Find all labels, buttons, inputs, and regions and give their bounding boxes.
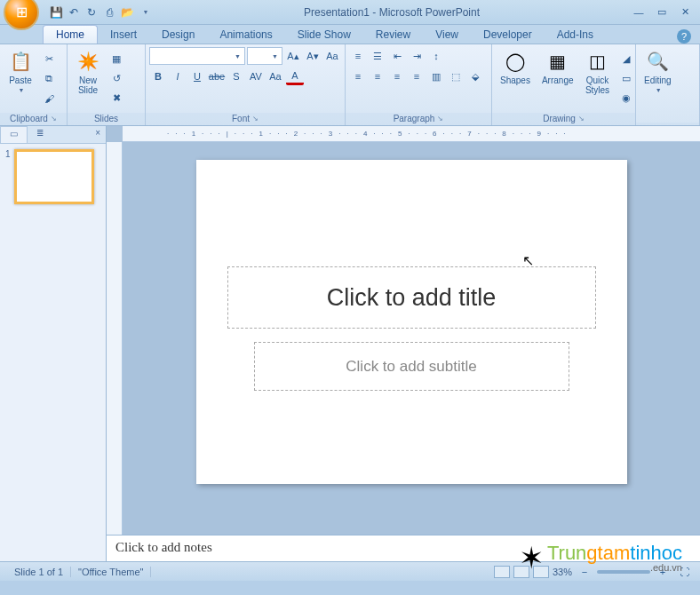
tab-developer[interactable]: Developer bbox=[471, 26, 545, 44]
font-group-label: Font bbox=[232, 114, 250, 123]
drawing-group-label: Drawing bbox=[543, 114, 576, 123]
cursor-icon: ↖ bbox=[522, 252, 534, 269]
maximize-button[interactable]: ▭ bbox=[654, 5, 670, 20]
grow-font-icon[interactable]: A▴ bbox=[284, 47, 302, 65]
underline-button[interactable]: U bbox=[188, 67, 206, 85]
copy-icon[interactable]: ⧉ bbox=[40, 70, 58, 88]
star-icon: ✶ bbox=[519, 540, 544, 575]
shapes-icon: ◯ bbox=[503, 49, 528, 74]
delete-icon[interactable]: ✖ bbox=[107, 90, 125, 107]
shrink-font-icon[interactable]: A▾ bbox=[304, 47, 322, 65]
status-slide: Slide 1 of 1 bbox=[7, 567, 71, 577]
close-button[interactable]: ✕ bbox=[677, 5, 693, 20]
tab-review[interactable]: Review bbox=[363, 26, 423, 44]
redo-icon[interactable]: ↻ bbox=[84, 4, 99, 20]
quick-styles-button[interactable]: ◫Quick Styles bbox=[581, 47, 615, 110]
clipboard-group-label: Clipboard bbox=[10, 114, 48, 123]
launcher-icon[interactable]: ↘ bbox=[51, 115, 57, 123]
shape-effects-icon[interactable]: ◉ bbox=[617, 90, 635, 107]
tab-home[interactable]: Home bbox=[43, 25, 98, 44]
italic-button[interactable]: I bbox=[169, 67, 187, 85]
open-icon[interactable]: 📂 bbox=[119, 4, 135, 20]
minimize-button[interactable]: — bbox=[631, 5, 647, 20]
normal-view-icon[interactable] bbox=[494, 566, 510, 578]
find-icon: 🔍 bbox=[645, 49, 670, 74]
thumbnail-preview bbox=[14, 149, 94, 204]
editing-button[interactable]: 🔍Editing▼ bbox=[640, 47, 676, 120]
numbering-icon[interactable]: ☰ bbox=[369, 47, 386, 65]
slides-tab[interactable]: ▭ bbox=[0, 126, 28, 143]
window-title: Presentation1 - Microsoft PowerPoint bbox=[153, 6, 631, 19]
text-direction-icon[interactable]: ↕ bbox=[427, 47, 445, 65]
smartart-icon[interactable]: ⬙ bbox=[466, 67, 484, 85]
horizontal-ruler: ···1···|···1···2···3···4···5···6···7···8… bbox=[123, 126, 700, 142]
font-color-icon[interactable]: A bbox=[286, 67, 304, 85]
decrease-indent-icon[interactable]: ⇤ bbox=[388, 47, 406, 65]
launcher-icon[interactable]: ↘ bbox=[578, 115, 585, 123]
clear-format-icon[interactable]: Aa bbox=[323, 47, 341, 65]
qat-customize-icon[interactable]: ▼ bbox=[137, 4, 153, 20]
tab-slideshow[interactable]: Slide Show bbox=[285, 26, 363, 44]
clipboard-icon: 📋 bbox=[8, 49, 33, 74]
bold-button[interactable]: B bbox=[149, 67, 167, 85]
layout-icon[interactable]: ▦ bbox=[107, 51, 125, 68]
shadow-button[interactable]: S bbox=[227, 67, 245, 85]
vertical-ruler bbox=[107, 142, 123, 535]
align-left-icon[interactable]: ≡ bbox=[349, 67, 367, 85]
slide-canvas[interactable]: Click to add title Click to add subtitle… bbox=[196, 160, 627, 484]
cut-icon[interactable]: ✂ bbox=[40, 51, 58, 68]
chevron-down-icon: ▼ bbox=[19, 87, 25, 93]
title-placeholder[interactable]: Click to add title bbox=[227, 266, 596, 329]
align-right-icon[interactable]: ≡ bbox=[388, 67, 406, 85]
font-name-combo[interactable]: ▼ bbox=[149, 47, 245, 65]
spacing-icon[interactable]: AV bbox=[247, 67, 265, 85]
slides-group-label: Slides bbox=[94, 114, 118, 123]
slide-thumbnail[interactable]: 1 bbox=[5, 149, 100, 204]
ribbon-tabs: Home Insert Design Animations Slide Show… bbox=[0, 25, 700, 44]
save-icon[interactable]: 💾 bbox=[48, 4, 64, 20]
outline-tab[interactable]: ≣ bbox=[28, 126, 52, 143]
strike-button[interactable]: abe bbox=[208, 67, 226, 85]
status-theme: "Office Theme" bbox=[71, 567, 151, 577]
tab-animations[interactable]: Animations bbox=[207, 26, 284, 44]
subtitle-placeholder[interactable]: Click to add subtitle bbox=[254, 342, 569, 391]
help-icon[interactable]: ? bbox=[677, 29, 691, 44]
launcher-icon[interactable]: ↘ bbox=[437, 115, 443, 123]
justify-icon[interactable]: ≡ bbox=[408, 67, 426, 85]
align-center-icon[interactable]: ≡ bbox=[369, 67, 386, 85]
tab-design[interactable]: Design bbox=[149, 26, 207, 44]
launcher-icon[interactable]: ↘ bbox=[252, 115, 259, 123]
tab-insert[interactable]: Insert bbox=[98, 26, 149, 44]
reset-icon[interactable]: ↺ bbox=[107, 70, 125, 88]
panel-close-icon[interactable]: × bbox=[90, 126, 106, 143]
increase-indent-icon[interactable]: ⇥ bbox=[408, 47, 426, 65]
font-size-combo[interactable]: ▼ bbox=[247, 47, 282, 65]
format-painter-icon[interactable]: 🖌 bbox=[40, 90, 58, 107]
paste-button[interactable]: 📋 Paste ▼ bbox=[4, 47, 37, 110]
columns-icon[interactable]: ▥ bbox=[427, 67, 445, 85]
tab-view[interactable]: View bbox=[423, 26, 471, 44]
paragraph-group-label: Paragraph bbox=[394, 114, 435, 123]
print-icon[interactable]: ⎙ bbox=[101, 4, 117, 20]
undo-icon[interactable]: ↶ bbox=[66, 4, 82, 20]
watermark: ✶ Trungtamtinhoc .edu.vn bbox=[519, 540, 682, 575]
shape-outline-icon[interactable]: ▭ bbox=[617, 70, 635, 88]
tab-addins[interactable]: Add-Ins bbox=[545, 26, 606, 44]
change-case-icon[interactable]: Aa bbox=[266, 67, 284, 85]
new-slide-icon: ✴️ bbox=[76, 49, 100, 74]
shapes-button[interactable]: ◯Shapes bbox=[496, 47, 535, 110]
align-text-icon[interactable]: ⬚ bbox=[447, 67, 465, 85]
arrange-button[interactable]: ▦Arrange bbox=[537, 47, 578, 110]
shape-fill-icon[interactable]: ◢ bbox=[617, 51, 635, 68]
arrange-icon: ▦ bbox=[545, 49, 570, 74]
bullets-icon[interactable]: ≡ bbox=[349, 47, 367, 65]
styles-icon: ◫ bbox=[585, 49, 610, 74]
new-slide-button[interactable]: ✴️ New Slide bbox=[71, 47, 105, 110]
